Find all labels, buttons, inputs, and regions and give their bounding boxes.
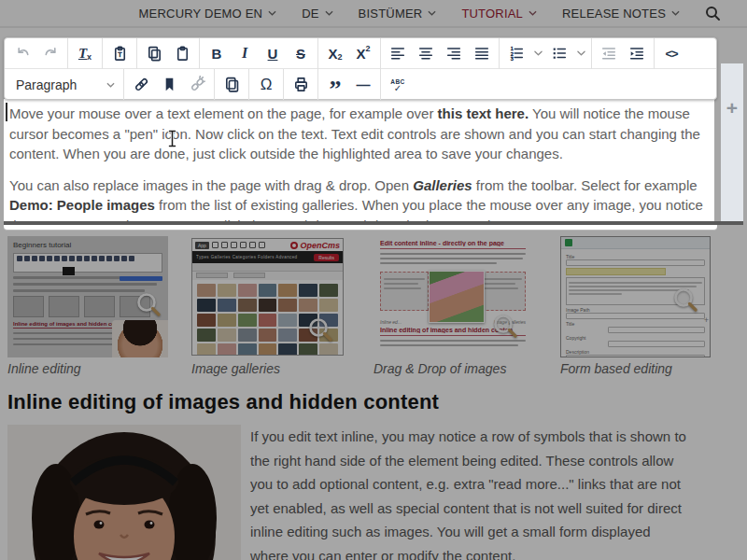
- thumb3-screenshots: [380, 269, 526, 317]
- chevron-down-icon: [106, 82, 115, 88]
- align-right-button[interactable]: [440, 40, 468, 66]
- redo-icon: [42, 45, 60, 63]
- special-char-button[interactable]: Ω: [252, 72, 280, 98]
- undo-button[interactable]: [8, 40, 36, 66]
- thumb4-form-header: [561, 237, 710, 249]
- copy-content-button[interactable]: [218, 72, 246, 98]
- mouse-ibeam-cursor: [167, 130, 177, 151]
- italic-button[interactable]: I: [231, 40, 259, 66]
- thumbnail-inline-editing[interactable]: Beginners tutorial Inline editing of ima…: [7, 236, 168, 357]
- thumbnail-form-editing[interactable]: Title Image Path Title Copyright Descrip…: [560, 236, 711, 357]
- thumb1-text-selection: [120, 276, 162, 281]
- insert-link-button[interactable]: [127, 72, 155, 98]
- opencms-logo: OpenCms: [290, 241, 340, 250]
- chevron-down-icon: [671, 10, 680, 16]
- bullet-list-button[interactable]: [545, 40, 573, 66]
- caption-image-galleries: Image galleries: [191, 361, 280, 376]
- caption-drag-drop: Drag & Drop of images: [374, 361, 506, 376]
- link-icon: [133, 76, 150, 93]
- copy-icon: [146, 45, 163, 63]
- editor-toolbar: Tx T B I U S X2 X2: [4, 37, 717, 100]
- indent-button[interactable]: [623, 40, 651, 66]
- search-button[interactable]: [705, 6, 721, 21]
- strikethrough-button[interactable]: S: [287, 40, 315, 66]
- paste-button[interactable]: [168, 40, 196, 66]
- subscript-button[interactable]: X2: [321, 40, 349, 66]
- align-justify-icon: [473, 45, 490, 62]
- nav-item-de[interactable]: DE: [302, 7, 332, 21]
- paste-text-icon: T: [111, 45, 129, 63]
- chevron-down-icon: [534, 50, 543, 56]
- thumb4-add-icon: +: [704, 315, 709, 325]
- svg-text:3: 3: [511, 56, 514, 62]
- paragraph-style-dropdown[interactable]: Paragraph: [8, 73, 120, 97]
- article-body: If you edit text inline, you may notice …: [250, 425, 691, 560]
- spellcheck-button[interactable]: ABC ✓: [384, 72, 412, 98]
- redo-button[interactable]: [36, 40, 64, 66]
- align-center-icon: [417, 45, 434, 62]
- indent-icon: [628, 45, 645, 62]
- bullet-list-icon: [551, 45, 568, 62]
- chevron-down-icon: [268, 10, 276, 16]
- align-justify-button[interactable]: [468, 40, 496, 66]
- anchor-button[interactable]: [155, 72, 183, 98]
- pages-icon: [223, 76, 241, 93]
- nav-item-mercury-demo-en[interactable]: MERCURY DEMO EN: [139, 7, 277, 21]
- remove-format-button[interactable]: Tx: [71, 40, 99, 66]
- caption-form-editing: Form based editing: [560, 361, 672, 376]
- align-left-button[interactable]: [384, 40, 412, 66]
- paste-as-text-button[interactable]: T: [106, 40, 134, 66]
- underline-icon: U: [268, 46, 278, 62]
- woman-portrait-photo[interactable]: [7, 425, 241, 560]
- thumb1-mini-toolbar: [13, 253, 162, 273]
- nav-item-tutorial[interactable]: TUTORIAL: [461, 7, 537, 21]
- zoom-magnifier-icon[interactable]: [134, 290, 162, 322]
- text-caret: [6, 103, 7, 121]
- underline-button[interactable]: U: [259, 40, 287, 66]
- zoom-magnifier-icon[interactable]: [671, 286, 699, 317]
- undo-icon: [14, 45, 32, 63]
- thumb2-filter-row: [192, 272, 343, 280]
- zoom-magnifier-icon[interactable]: [491, 312, 519, 343]
- editor-content-area[interactable]: Move your mouse over a text element on t…: [4, 99, 714, 221]
- outdent-button[interactable]: [595, 40, 623, 66]
- editor-add-column: +: [721, 63, 743, 221]
- nav-item-release-notes[interactable]: RELEASE NOTES: [562, 7, 680, 21]
- numbered-list-button[interactable]: 123: [502, 40, 530, 66]
- thumbnail-drag-drop[interactable]: Edit content inline - directly on the pa…: [374, 235, 532, 358]
- zoom-magnifier-icon[interactable]: [306, 315, 334, 347]
- align-right-icon: [445, 45, 462, 62]
- superscript-button[interactable]: X2: [349, 40, 377, 66]
- thumb2-tabs-bar: Types Galleries Categories Folders Advan…: [192, 251, 343, 263]
- thumb2-app-toolbar: App OpenCms: [192, 239, 343, 251]
- bullet-list-menu-button[interactable]: [573, 40, 588, 66]
- print-button[interactable]: [287, 72, 315, 98]
- copy-button[interactable]: [140, 40, 168, 66]
- omega-icon: Ω: [261, 76, 273, 94]
- svg-text:T: T: [118, 51, 122, 59]
- code-icon: <>: [665, 47, 677, 61]
- thumb3-dragged-image: [429, 271, 485, 323]
- editor-paragraph-1: Move your mouse over a text element on t…: [9, 104, 706, 164]
- unlink-button[interactable]: [183, 72, 211, 98]
- thumb1-face-photo: [112, 320, 168, 357]
- bold-button[interactable]: B: [203, 40, 231, 66]
- nav-item-bistuemer[interactable]: BISTÜMER: [359, 7, 437, 21]
- print-icon: [292, 76, 310, 93]
- chevron-down-icon: [325, 10, 333, 16]
- remove-format-icon: T: [78, 46, 87, 62]
- chevron-down-icon: [529, 10, 537, 16]
- source-code-button[interactable]: <>: [657, 40, 685, 66]
- section-heading: Inline editing of images and hidden cont…: [7, 390, 439, 414]
- search-icon: [705, 6, 721, 21]
- thumb4-status-icon: [565, 239, 572, 246]
- blockquote-button[interactable]: ”: [321, 72, 349, 98]
- editor-paragraph-2: You can also replace images in the page …: [9, 175, 706, 222]
- horizontal-rule-button[interactable]: —: [349, 72, 377, 98]
- numbered-list-menu-button[interactable]: [530, 40, 545, 66]
- add-element-button[interactable]: +: [721, 97, 743, 119]
- thumbnail-image-galleries[interactable]: App OpenCms Types Galleries Categories F…: [191, 238, 344, 356]
- align-center-button[interactable]: [412, 40, 440, 66]
- align-left-icon: [389, 45, 406, 62]
- chevron-down-icon: [428, 10, 436, 16]
